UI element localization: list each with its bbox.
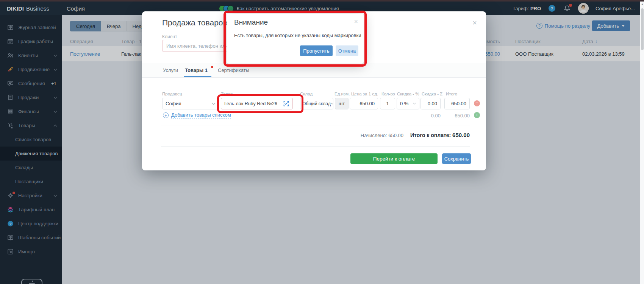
- discount-pct-value: 0 %: [400, 101, 408, 106]
- scrollbar[interactable]: ▲: [640, 2, 644, 284]
- unit-field: шт: [335, 98, 349, 109]
- to-pay-text: Итого к оплате: 650.00: [410, 132, 470, 138]
- chevron-down-icon: [212, 103, 216, 105]
- subtotal-total: 650.00: [444, 113, 470, 119]
- tab-certificates[interactable]: Сертификаты: [218, 67, 249, 73]
- price-input[interactable]: 650.00: [350, 98, 378, 109]
- price-label: Цена за 1 ед.: [351, 92, 378, 96]
- add-products-list-link[interactable]: + Добавить товары списком: [163, 112, 231, 119]
- remove-row-button[interactable]: −: [474, 100, 480, 106]
- seller-label: Продавец: [162, 92, 182, 96]
- chevron-down-icon: [413, 103, 416, 105]
- discount-pct-label: Скидка - %: [397, 92, 419, 96]
- seller-select[interactable]: София: [162, 98, 219, 109]
- subtotal-discount: 0.00: [420, 113, 441, 119]
- skip-button[interactable]: Пропустить: [300, 45, 333, 56]
- go-to-payment-button[interactable]: Перейти к оплате: [350, 153, 438, 164]
- client-label: Клиент: [162, 34, 177, 39]
- warning-modal: Внимание × Есть товары, для которых не у…: [227, 14, 364, 64]
- save-button[interactable]: Сохранить: [442, 153, 471, 164]
- active-tab-underline: [184, 76, 211, 77]
- close-icon[interactable]: ×: [472, 19, 477, 27]
- warehouse-select[interactable]: Общий склад: [300, 98, 333, 109]
- divider: [161, 125, 470, 125]
- discount-sum-input[interactable]: 0.00: [420, 98, 441, 109]
- discount-pct-select[interactable]: 0 %: [397, 98, 419, 109]
- row-total-field[interactable]: 650.00: [444, 98, 470, 109]
- discount-sum-label: Скидка - Σ: [422, 92, 442, 96]
- chevron-down-icon: [331, 103, 333, 105]
- product-value: Гель-лак Ruby Red №26: [224, 101, 277, 106]
- product-input[interactable]: Гель-лак Ruby Red №26: [221, 98, 293, 109]
- warehouse-label: Склад: [300, 92, 313, 96]
- sale-modal-tabs: Услуги Товары 1 Сертификаты: [142, 63, 486, 78]
- total-label: Итого: [446, 92, 457, 96]
- close-icon[interactable]: ×: [354, 18, 358, 25]
- tab-alert-dot: [211, 66, 213, 68]
- qty-label: Кол-во: [381, 92, 395, 96]
- sale-modal-title: Продажа товаров: [162, 18, 227, 27]
- totals-bar: Начислено: 650.00 Итого к оплате: 650.00: [361, 132, 470, 138]
- unit-label: Ед.изм.: [335, 92, 350, 96]
- plus-circle-icon: +: [163, 112, 169, 118]
- cancel-button[interactable]: Отмена: [336, 45, 358, 56]
- warning-message: Есть товары, для которых не указаны коды…: [234, 33, 361, 38]
- warehouse-value: Общий склад: [302, 101, 331, 106]
- add-row-button[interactable]: +: [474, 112, 480, 118]
- product-label: Товар: [221, 92, 233, 96]
- scroll-up-arrow[interactable]: ▲: [640, 3, 644, 5]
- scrollbar-thumb[interactable]: [641, 8, 644, 50]
- tab-services[interactable]: Услуги: [163, 67, 178, 73]
- tab-goods[interactable]: Товары 1: [185, 67, 208, 73]
- divider: [161, 146, 470, 147]
- accrued-text: Начислено: 650.00: [361, 133, 403, 138]
- seller-value: София: [166, 101, 181, 106]
- qty-input[interactable]: 1: [380, 98, 395, 109]
- add-products-list-label: Добавить товары списком: [171, 112, 231, 119]
- marking-scan-icon[interactable]: [283, 100, 289, 107]
- warning-title: Внимание: [234, 18, 268, 27]
